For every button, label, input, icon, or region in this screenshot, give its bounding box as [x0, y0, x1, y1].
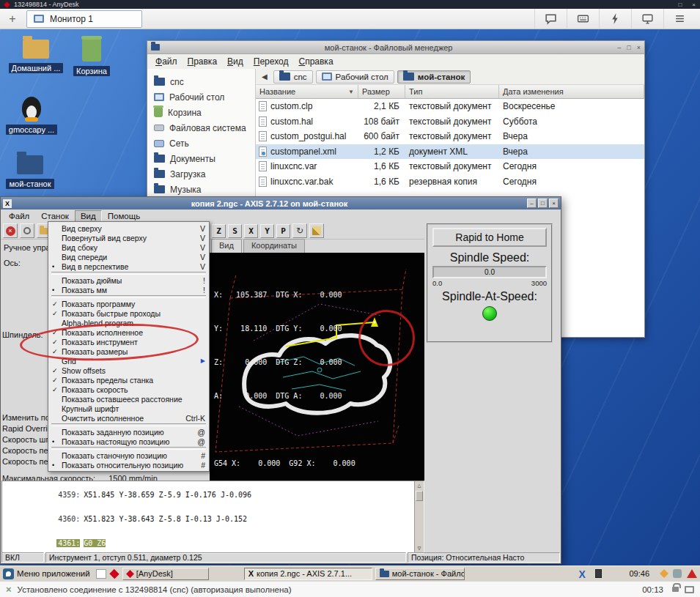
- view-menu-item[interactable]: Grid ▶: [49, 356, 208, 366]
- view-preset-button[interactable]: Z: [212, 224, 226, 238]
- column-header-name[interactable]: Название ▼: [256, 85, 358, 99]
- view-menu-item[interactable]: Показать заданную позицию @: [49, 427, 208, 437]
- machine-power-button[interactable]: [20, 223, 34, 238]
- desktop-icon[interactable]: Корзина: [63, 40, 120, 76]
- view-menu-item[interactable]: ✓ Show offsets: [49, 366, 208, 375]
- menu-item[interactable]: Файл: [3, 210, 35, 222]
- desktop-icon[interactable]: Домашний ...: [7, 40, 65, 73]
- new-session-button[interactable]: +: [4, 12, 21, 26]
- desktop-icon[interactable]: gmoccapy ...: [3, 97, 60, 135]
- scrollbar-thumb[interactable]: [416, 491, 423, 501]
- preview-tab[interactable]: Вид: [211, 239, 242, 253]
- view-preset-button[interactable]: Y: [260, 224, 274, 238]
- menu-item[interactable]: Вид: [75, 210, 102, 222]
- view-menu-item[interactable]: • Вид в перспективе V: [49, 262, 208, 271]
- view-menu-item[interactable]: Очистить исполненное Ctrl-K: [49, 413, 208, 423]
- sidebar-item[interactable]: Файловая система: [147, 120, 255, 136]
- column-header-size[interactable]: Размер: [358, 85, 405, 99]
- file-row[interactable]: custom.clp 2,1 КБ текстовый документ Вос…: [256, 99, 644, 114]
- task-button[interactable]: мой-станок - Файловы...: [375, 568, 465, 580]
- view-menu-item[interactable]: Повернутый вид сверху V: [49, 233, 208, 242]
- monitor-tab[interactable]: Монитор 1: [26, 10, 142, 28]
- close-button[interactable]: ×: [692, 1, 696, 8]
- close-button[interactable]: ×: [637, 44, 641, 51]
- breadcrumb-button[interactable]: cnc: [273, 70, 313, 84]
- actions-button[interactable]: [599, 9, 631, 29]
- menu-item[interactable]: Файл: [150, 56, 183, 67]
- launcher-icon-1[interactable]: [96, 569, 106, 579]
- view-menu-item[interactable]: [51, 272, 206, 275]
- sidebar-item[interactable]: Документы: [147, 151, 255, 166]
- minimize-button[interactable]: –: [527, 199, 537, 208]
- view-menu-item[interactable]: ✓ Показать пределы станка: [49, 375, 208, 385]
- gcode-scrollbar[interactable]: [414, 481, 424, 553]
- display-button[interactable]: [631, 9, 663, 29]
- view-menu-item[interactable]: ✓ Показать исполненное: [49, 327, 208, 337]
- view-preset-button[interactable]: P: [276, 224, 290, 238]
- axis-titlebar[interactable]: копия 2.ngc - AXIS 2.7.12 on мой-станок …: [1, 197, 561, 209]
- sidebar-item[interactable]: Корзина: [147, 105, 255, 120]
- menu-item[interactable]: Станок: [35, 210, 75, 222]
- file-row[interactable]: linuxcnc.var.bak 1,6 КБ резервная копия …: [256, 174, 644, 190]
- view-menu-item[interactable]: ✓ Показать программу: [49, 299, 208, 308]
- gcode-listing[interactable]: 4359:X51.845 Y-38.659 Z-5.9 I-0.176 J-0.…: [1, 481, 424, 554]
- keyboard-button[interactable]: [567, 9, 599, 29]
- sidebar-item[interactable]: cnc: [147, 74, 255, 89]
- chat-button[interactable]: [534, 9, 567, 29]
- sidebar-item[interactable]: Загрузка: [147, 166, 255, 182]
- maximize-button[interactable]: □: [678, 1, 682, 8]
- view-menu-item[interactable]: [51, 295, 206, 298]
- file-row[interactable]: custom.hal 108 байт текстовый документ С…: [256, 114, 644, 130]
- sidebar-item[interactable]: Музыка: [147, 182, 255, 197]
- view-menu-item[interactable]: ✓ Показать быстрые проходы: [49, 308, 208, 318]
- view-menu-item[interactable]: • Показать настоящую позицию @: [49, 437, 208, 446]
- view-preset-button[interactable]: X: [244, 224, 258, 238]
- view-menu-item[interactable]: ✓ Показать размеры: [49, 346, 208, 356]
- rapid-to-home-button[interactable]: Rapid to Home: [432, 228, 547, 247]
- view-preset-button[interactable]: S: [228, 224, 242, 238]
- view-menu-item[interactable]: Показать оставшееся расстояние: [49, 394, 208, 404]
- file-manager-titlebar[interactable]: мой-станок - Файловый менеджер – □ ×: [147, 41, 644, 54]
- back-button[interactable]: ◀: [259, 73, 270, 81]
- maximize-button[interactable]: □: [538, 199, 548, 208]
- warning-tray-icon[interactable]: [687, 569, 697, 578]
- view-menu-item[interactable]: • Показать относительную позицию #: [49, 460, 208, 470]
- file-row[interactable]: linuxcnc.var 1,6 КБ текстовый документ С…: [256, 159, 644, 174]
- clear-plot-button[interactable]: [309, 223, 324, 238]
- menu-item[interactable]: Помощь: [102, 210, 146, 222]
- tray-chip-icon[interactable]: [595, 569, 602, 578]
- preview-tab[interactable]: Координаты: [243, 239, 305, 253]
- anydesk-tray-icon[interactable]: [660, 569, 668, 578]
- estop-button[interactable]: [3, 223, 18, 238]
- view-menu-item[interactable]: Вид сверху V: [49, 223, 208, 233]
- column-header-date[interactable]: Дата изменения: [499, 85, 644, 99]
- view-menu-item[interactable]: Крупный шрифт: [49, 404, 208, 413]
- view-menu-item[interactable]: Вид сбоку V: [49, 242, 208, 252]
- task-button[interactable]: копия 2.ngc - AXIS 2.7.1...: [244, 568, 372, 580]
- file-row[interactable]: custompanel.xml 1,2 КБ документ XML Вчер…: [256, 144, 644, 160]
- close-button[interactable]: ×: [549, 199, 559, 208]
- menu-item[interactable]: Справка: [293, 56, 338, 67]
- rotate-view-button[interactable]: ↻: [292, 223, 307, 238]
- view-menu-item[interactable]: [51, 447, 206, 450]
- applications-menu-label[interactable]: Меню приложений: [17, 569, 90, 578]
- gl-preview[interactable]: X: 105.387 DTG X: 0.000 Y: 18.110 DTG Y:…: [210, 253, 424, 481]
- sidebar-item[interactable]: Рабочий стол: [147, 89, 255, 105]
- applications-menu-icon[interactable]: [3, 568, 14, 579]
- menu-item[interactable]: Переход: [248, 56, 294, 67]
- tray-blob-icon[interactable]: [673, 569, 682, 578]
- clock[interactable]: 09:46: [629, 569, 649, 578]
- scroll-up-icon[interactable]: [415, 481, 424, 490]
- file-row[interactable]: custom_postgui.hal 600 байт текстовый до…: [256, 129, 644, 144]
- view-menu-item[interactable]: ✓ Показать скорость: [49, 385, 208, 394]
- view-menu-item[interactable]: Показать станочную позицию #: [49, 450, 208, 460]
- column-header-type[interactable]: Тип: [405, 85, 499, 99]
- view-menu-item[interactable]: Вид спереди V: [49, 252, 208, 262]
- maximize-button[interactable]: □: [627, 44, 630, 51]
- minimize-button[interactable]: –: [617, 44, 621, 51]
- desktop-icon[interactable]: мой-станок: [1, 155, 59, 189]
- launcher-icon-2[interactable]: [109, 568, 119, 578]
- sidebar-item[interactable]: Сеть: [147, 136, 255, 151]
- x11-tray-icon[interactable]: [578, 568, 590, 579]
- view-menu-item[interactable]: [51, 423, 206, 426]
